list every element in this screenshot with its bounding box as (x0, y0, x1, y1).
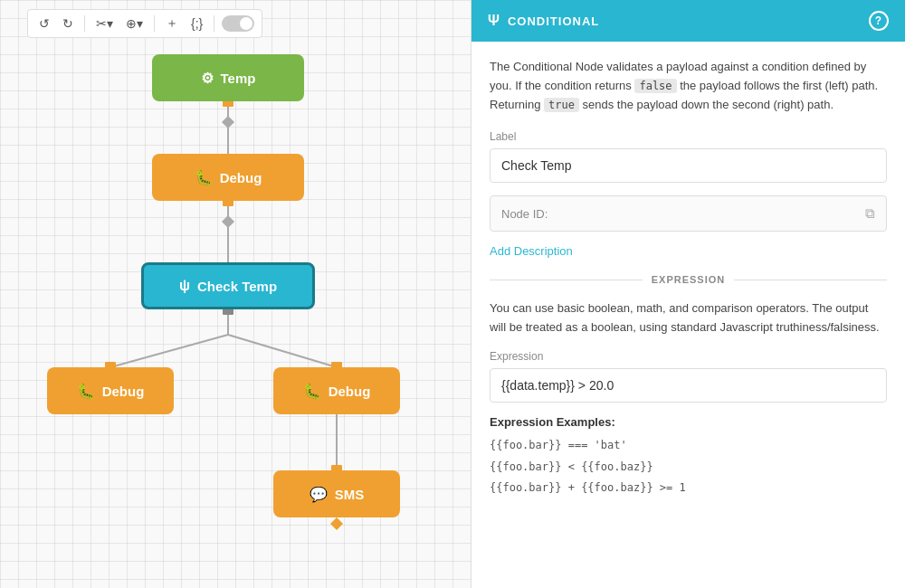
bug-icon-1: 🐛 (195, 169, 213, 186)
conditional-icon: ψ (488, 13, 500, 29)
panel-title: CONDITIONAL (508, 14, 599, 28)
node-check-temp-label: Check Temp (197, 279, 277, 294)
svg-marker-16 (330, 517, 343, 530)
expression-input[interactable] (490, 368, 887, 403)
cut-button[interactable]: ✂▾ (92, 14, 117, 33)
node-id-label: Node ID: (501, 207, 865, 221)
add-description-link[interactable]: Add Description (490, 244, 887, 258)
examples-code: {{foo.bar}} === 'bat' {{foo.bar}} < {{fo… (490, 436, 887, 498)
example-item-2: {{foo.bar}} < {{foo.baz}} (490, 458, 887, 478)
sms-icon: 💬 (310, 486, 328, 503)
divider-line-left (490, 280, 643, 280)
example-item-3: {{foo.bar}} + {{foo.baz}} >= 1 (490, 479, 887, 498)
help-button[interactable]: ? (869, 11, 889, 31)
svg-line-4 (228, 335, 337, 367)
divider-line-right (734, 280, 887, 280)
add-node-button[interactable]: ＋ (162, 14, 182, 33)
panel-description: The Conditional Node validates a payload… (490, 58, 887, 114)
example-item-1: {{foo.bar}} === 'bat' (490, 436, 887, 456)
expression-field-label: Expression (490, 350, 887, 363)
gear-icon: ⚙ (201, 70, 214, 87)
panel-header: ψ CONDITIONAL ? (472, 0, 905, 42)
expression-divider: EXPRESSION (490, 274, 887, 285)
false-code: false (634, 79, 676, 93)
svg-marker-13 (222, 215, 234, 228)
node-sms-label: SMS (335, 487, 365, 502)
expression-section-title: EXPRESSION (652, 274, 726, 285)
right-panel: ψ CONDITIONAL ? The Conditional Node val… (471, 0, 905, 588)
node-sms[interactable]: 💬 SMS (273, 470, 400, 517)
node-debug2[interactable]: 🐛 Debug (47, 367, 174, 414)
node-check-temp[interactable]: ψ Check Temp (141, 262, 315, 309)
toolbar: ↺ ↻ ✂▾ ⊕▾ ＋ {;} (27, 9, 262, 38)
node-debug3[interactable]: 🐛 Debug (273, 367, 400, 414)
toolbar-separator-2 (154, 15, 155, 32)
node-id-row: Node ID: ⧉ (490, 195, 887, 232)
flow-canvas[interactable]: ↺ ↻ ✂▾ ⊕▾ ＋ {;} (0, 0, 471, 588)
undo-button[interactable]: ↺ (35, 14, 53, 33)
true-code: true (544, 98, 579, 112)
copy-icon[interactable]: ⧉ (865, 205, 875, 222)
node-temp[interactable]: ⚙ Temp (152, 54, 304, 101)
bug-icon-3: 🐛 (303, 383, 321, 400)
toolbar-separator-3 (214, 15, 214, 32)
svg-line-3 (110, 335, 228, 367)
zoom-button[interactable]: ⊕▾ (122, 14, 147, 33)
node-temp-label: Temp (221, 71, 256, 86)
node-debug1-label: Debug (220, 170, 262, 185)
toolbar-separator-1 (84, 15, 85, 32)
code-button[interactable]: {;} (187, 14, 206, 33)
node-debug1[interactable]: 🐛 Debug (152, 154, 304, 201)
branch-icon: ψ (179, 278, 190, 294)
expression-description: You can use basic boolean, math, and com… (490, 299, 887, 337)
node-debug2-label: Debug (102, 384, 145, 399)
bug-icon-2: 🐛 (77, 383, 95, 400)
label-field-label: Label (490, 130, 887, 143)
panel-header-left: ψ CONDITIONAL (488, 13, 599, 29)
examples-title: Expression Examples: (490, 415, 887, 429)
panel-body: The Conditional Node validates a payload… (472, 42, 905, 588)
label-input[interactable] (490, 148, 887, 183)
svg-marker-12 (222, 116, 234, 128)
redo-button[interactable]: ↻ (59, 14, 77, 33)
node-debug3-label: Debug (329, 384, 371, 399)
toggle-switch[interactable] (222, 15, 254, 32)
